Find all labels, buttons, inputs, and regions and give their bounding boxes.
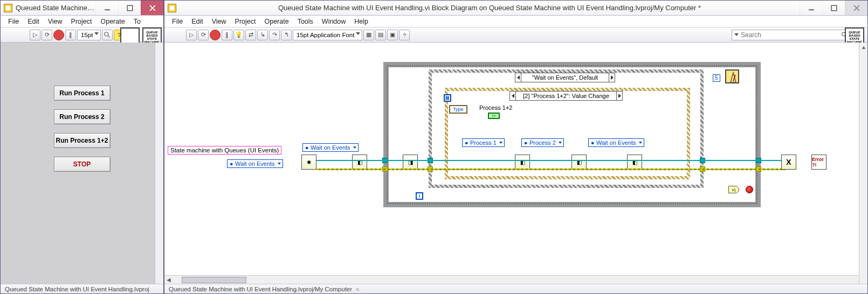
case-selector[interactable]: "Wait on Events", Default — [515, 73, 615, 82]
svg-point-2 — [105, 32, 108, 36]
pause-button[interactable]: ‖ — [65, 30, 76, 40]
numeric-constant-wait-ms[interactable]: 5 — [713, 74, 720, 82]
loop-stop-terminal[interactable] — [746, 186, 753, 193]
svg-rect-1 — [127, 5, 133, 11]
run-process-2-button[interactable]: Run Process 2 — [54, 109, 111, 124]
scroll-up-button[interactable]: ▲ — [859, 43, 867, 51]
menu-window[interactable]: Window — [319, 17, 349, 26]
obtain-queue-node[interactable]: ✱ — [301, 155, 316, 170]
menu-view[interactable]: View — [45, 17, 66, 26]
release-queue-node[interactable]: X — [781, 155, 796, 170]
distribute-button[interactable]: ▤ — [375, 30, 386, 40]
enqueue-node-p2[interactable]: ◧ — [571, 155, 587, 170]
close-button[interactable] — [141, 1, 163, 15]
step-over-button[interactable]: ↷ — [269, 30, 280, 40]
menu-tools[interactable]: To — [130, 17, 144, 26]
status-path: Queued State Machine with UI Event Handl… — [169, 286, 352, 292]
menu-file[interactable]: File — [5, 17, 22, 26]
block-diagram-window: Queued State Machine with UI Event Handl… — [164, 0, 868, 294]
run-button[interactable]: ▷ — [30, 30, 40, 40]
pause-button[interactable]: ‖ — [222, 30, 232, 40]
titlebar: Queued State Machine with UI Event Handl… — [164, 1, 867, 16]
event-label: [2] "Process 1+2": Value Change — [523, 93, 609, 99]
minimize-button[interactable] — [95, 1, 118, 15]
run-process-1-2-button[interactable]: Run Process 1+2 — [54, 133, 111, 148]
enum-constant-init[interactable]: Wait on Events — [302, 143, 359, 152]
enum-constant-p2[interactable]: Process 2 — [521, 138, 564, 147]
step-into-button[interactable]: ↳ — [257, 30, 268, 40]
menu-tools[interactable]: Tools — [294, 17, 316, 26]
block-diagram-canvas[interactable]: "Wait on Events", Default [2] "Process 1… — [164, 43, 867, 284]
menu-edit[interactable]: Edit — [24, 17, 43, 26]
enqueue-node-p1[interactable]: ◧ — [515, 155, 530, 170]
font-selector[interactable]: 15pt Application Font — [293, 30, 362, 40]
svg-rect-4 — [831, 5, 837, 11]
svg-rect-0 — [105, 9, 110, 10]
chevron-down-icon — [94, 32, 99, 35]
stop-button[interactable]: STOP — [54, 157, 111, 172]
cleanup-button[interactable]: ✧ — [399, 30, 410, 40]
highlight-exec-button[interactable]: 💡 — [233, 30, 244, 40]
enqueue-node-init[interactable]: ◧ — [352, 155, 367, 170]
next-case-button[interactable] — [609, 73, 615, 82]
run-process-1-button[interactable]: Run Process 1 — [54, 86, 111, 101]
menu-edit[interactable]: Edit — [188, 17, 206, 26]
enum-constant-p1[interactable]: Process 1 — [462, 138, 505, 147]
vi-icon — [168, 4, 176, 12]
scrollbar-vertical[interactable]: ▲ — [859, 43, 867, 284]
search-box[interactable] — [732, 30, 850, 40]
maximize-button[interactable] — [822, 1, 845, 15]
reorder-button[interactable]: ▣ — [387, 30, 398, 40]
scrollbar-thumb[interactable] — [182, 277, 246, 283]
menu-project[interactable]: Project — [68, 17, 95, 26]
enum-constant-wait[interactable]: Wait on Events — [588, 138, 644, 147]
status-nav-prev[interactable]: < — [354, 286, 360, 292]
or-node[interactable]: v) — [728, 186, 739, 193]
event-selector[interactable]: [2] "Process 1+2": Value Change — [509, 91, 623, 101]
menu-view[interactable]: View — [209, 17, 230, 26]
event-source-label: Process 1+2 — [479, 104, 512, 111]
enqueue-node-wait[interactable]: ◧ — [627, 155, 642, 170]
iteration-terminal[interactable]: i — [416, 192, 423, 200]
maximize-button[interactable] — [118, 1, 141, 15]
menu-project[interactable]: Project — [232, 17, 259, 26]
step-out-button[interactable]: ↰ — [281, 30, 292, 40]
search-input[interactable] — [741, 31, 841, 39]
queue-name-constant[interactable]: State machine with Queues (UI Events) — [168, 146, 281, 155]
close-button[interactable] — [845, 1, 867, 15]
next-event-button[interactable] — [616, 92, 623, 100]
simple-error-handler[interactable]: Error ?! — [811, 155, 826, 170]
boolean-indicator[interactable]: TF — [488, 113, 500, 119]
status-path: Queued State Machine with UI Event Handl… — [5, 286, 149, 292]
event-data-node-type[interactable]: Type — [449, 105, 467, 114]
dequeue-node[interactable]: ◨ — [403, 155, 418, 170]
menu-operate[interactable]: Operate — [261, 17, 292, 26]
chevron-down-icon — [559, 142, 562, 144]
enum-text: Wait on Events — [311, 144, 350, 151]
menu-file[interactable]: File — [169, 17, 186, 26]
menu-operate[interactable]: Operate — [97, 17, 128, 26]
minimize-button[interactable] — [800, 1, 822, 15]
prev-event-button[interactable] — [509, 92, 516, 100]
run-continuous-button[interactable]: ⟳ — [198, 30, 209, 40]
menu-help[interactable]: Help — [351, 17, 371, 26]
run-continuous-button[interactable]: ⟳ — [42, 30, 52, 40]
abort-button[interactable] — [210, 30, 221, 40]
wait-ms-node[interactable] — [725, 69, 739, 83]
run-button[interactable]: ▷ — [186, 30, 197, 40]
statusbar: Queued State Machine with UI Event Handl… — [164, 284, 867, 293]
enum-text: Wait on Events — [596, 139, 636, 146]
front-panel-canvas[interactable]: Run Process 1 Run Process 2 Run Process … — [1, 43, 163, 284]
enum-constant-element[interactable]: Wait on Events — [227, 159, 283, 168]
zoom-button[interactable] — [102, 30, 113, 40]
font-selector[interactable]: 15pt — [77, 30, 101, 40]
scrollbar-horizontal[interactable]: ◀ — [164, 275, 859, 284]
dynamic-event-terminal[interactable]: ⊠ — [444, 94, 451, 102]
abort-button[interactable] — [53, 30, 64, 40]
scrollbar-vertical[interactable] — [155, 43, 163, 284]
prev-case-button[interactable] — [515, 73, 521, 82]
scroll-left-button[interactable]: ◀ — [164, 276, 173, 284]
event-structure[interactable] — [445, 88, 690, 179]
retain-wire-button[interactable]: ⇄ — [245, 30, 256, 40]
align-button[interactable]: ▦ — [363, 30, 374, 40]
